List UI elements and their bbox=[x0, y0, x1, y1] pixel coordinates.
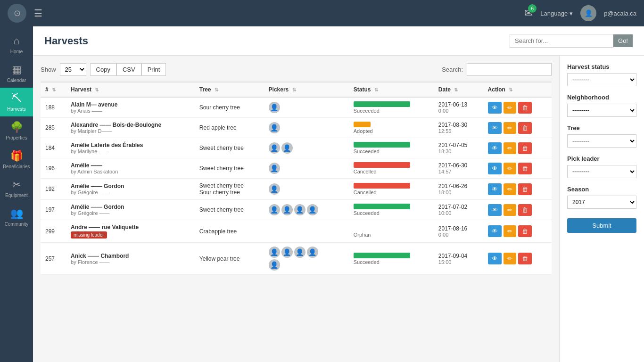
delete-button[interactable]: 🗑 bbox=[518, 183, 532, 195]
cell-date: 2017-07-0210:00 bbox=[434, 200, 483, 220]
table-row: 285Alexandre —— Bois-de-Boulogneby Marip… bbox=[41, 118, 552, 138]
season-label: Season bbox=[567, 186, 636, 193]
sidebar-label-beneficiaries: Beneficiaries bbox=[3, 164, 30, 169]
language-selector[interactable]: Language ▾ bbox=[540, 10, 573, 17]
view-button[interactable]: 👁 bbox=[488, 102, 502, 114]
cell-pickers: 👤 bbox=[264, 97, 349, 118]
delete-button[interactable]: 🗑 bbox=[518, 225, 532, 237]
picker-avatar: 👤 bbox=[269, 102, 280, 113]
harvest-status-select[interactable]: --------- bbox=[567, 73, 636, 86]
cell-pickers: 👤 bbox=[264, 179, 349, 200]
status-bar-wrap: Succeeded bbox=[354, 204, 410, 216]
sidebar-item-equipment[interactable]: ✂ Equipment bbox=[0, 174, 33, 203]
date-value: 2017-09-04 bbox=[438, 253, 479, 259]
time-value: 0:00 bbox=[438, 232, 479, 238]
status-bar-wrap: Succeeded bbox=[354, 142, 410, 154]
cell-tree: Sweet cherry tree bbox=[195, 200, 264, 220]
delete-button[interactable]: 🗑 bbox=[518, 122, 532, 134]
view-button[interactable]: 👁 bbox=[488, 163, 502, 174]
hamburger-menu[interactable]: ☰ bbox=[34, 8, 42, 19]
delete-button[interactable]: 🗑 bbox=[518, 204, 532, 216]
picker-avatar: 👤 bbox=[269, 204, 280, 215]
sidebar-label-properties: Properties bbox=[6, 135, 27, 140]
neighborhood-select[interactable]: --------- bbox=[567, 104, 636, 117]
csv-button[interactable]: CSV bbox=[116, 63, 141, 76]
sidebar-item-community[interactable]: 👥 Community bbox=[0, 203, 33, 231]
header-search-go-button[interactable]: Go! bbox=[613, 34, 633, 47]
copy-button[interactable]: Copy bbox=[90, 63, 116, 76]
print-button[interactable]: Print bbox=[141, 63, 166, 76]
status-text: Succeeded bbox=[354, 148, 410, 154]
cell-tree: Sweet cherry tree bbox=[195, 138, 264, 158]
sidebar-item-calendar[interactable]: ▦ Calendar bbox=[0, 59, 33, 88]
col-action: Action ⇅ bbox=[483, 82, 552, 97]
edit-button[interactable]: ✏ bbox=[504, 163, 516, 174]
beneficiaries-icon: 🎁 bbox=[10, 150, 23, 162]
harvest-by: by Grégoire —— bbox=[71, 210, 190, 216]
cell-id: 184 bbox=[41, 138, 66, 158]
table-row: 299Andre —— rue Valiquettemissing leader… bbox=[41, 220, 552, 243]
cell-status: Adopted bbox=[349, 118, 434, 138]
sidebar-item-properties[interactable]: 🌳 Properties bbox=[0, 116, 33, 145]
cell-action: 👁 ✏ 🗑 bbox=[483, 179, 552, 200]
cell-pickers: 👤 bbox=[264, 158, 349, 179]
action-buttons: 👁 ✏ 🗑 bbox=[488, 204, 547, 216]
submit-button[interactable]: Submit bbox=[567, 218, 636, 233]
edit-button[interactable]: ✏ bbox=[504, 122, 516, 134]
view-button[interactable]: 👁 bbox=[488, 204, 502, 216]
sidebar-item-home[interactable]: ⌂ Home bbox=[0, 30, 33, 59]
content-body: Show 10 25 50 100 Copy CSV Print bbox=[33, 56, 644, 362]
view-button[interactable]: 👁 bbox=[488, 142, 502, 154]
edit-button[interactable]: ✏ bbox=[504, 253, 516, 264]
edit-button[interactable]: ✏ bbox=[504, 142, 516, 154]
delete-button[interactable]: 🗑 bbox=[518, 163, 532, 174]
view-button[interactable]: 👁 bbox=[488, 122, 502, 134]
delete-button[interactable]: 🗑 bbox=[518, 102, 532, 114]
time-value: 18:00 bbox=[438, 189, 479, 195]
sidebar-item-beneficiaries[interactable]: 🎁 Beneficiaries bbox=[0, 145, 33, 174]
action-buttons: 👁 ✏ 🗑 bbox=[488, 253, 547, 264]
table-row: 184Amélie Laferte des Érablesby Marilyne… bbox=[41, 138, 552, 158]
sidebar-label-equipment: Equipment bbox=[5, 193, 28, 198]
cell-action: 👁 ✏ 🗑 bbox=[483, 220, 552, 243]
date-value: 2017-07-05 bbox=[438, 142, 479, 148]
tree-select[interactable]: --------- bbox=[567, 134, 636, 148]
pick-leader-select[interactable]: --------- bbox=[567, 165, 636, 178]
show-select[interactable]: 10 25 50 100 bbox=[60, 63, 86, 76]
cell-date: 2017-06-130:00 bbox=[434, 97, 483, 118]
calendar-icon: ▦ bbox=[12, 64, 22, 76]
cell-id: 197 bbox=[41, 200, 66, 220]
season-select[interactable]: 2015 2016 2017 2018 bbox=[567, 196, 636, 209]
pickers-list: 👤 bbox=[269, 183, 325, 195]
delete-button[interactable]: 🗑 bbox=[518, 253, 532, 264]
edit-button[interactable]: ✏ bbox=[504, 225, 516, 237]
picker-avatar: 👤 bbox=[269, 122, 280, 133]
table-search-input[interactable] bbox=[467, 63, 552, 76]
edit-button[interactable]: ✏ bbox=[504, 204, 516, 216]
cell-pickers: 👤👤 bbox=[264, 138, 349, 158]
search-label: Search: bbox=[442, 66, 463, 73]
edit-button[interactable]: ✏ bbox=[504, 102, 516, 114]
picker-avatar: 👤 bbox=[269, 247, 280, 258]
header-search-input[interactable] bbox=[510, 34, 613, 48]
harvest-name: Andre —— rue Valiquette bbox=[71, 224, 190, 230]
delete-button[interactable]: 🗑 bbox=[518, 142, 532, 154]
status-text: Succeeded bbox=[354, 259, 410, 265]
view-button[interactable]: 👁 bbox=[488, 253, 502, 264]
cell-harvest: Amélie —— Gordonby Grégoire —— bbox=[66, 179, 195, 200]
sidebar-item-harvests[interactable]: ⛏ Harvests bbox=[0, 88, 33, 116]
table-controls-left: Show 10 25 50 100 Copy CSV Print bbox=[41, 63, 166, 76]
table-controls: Show 10 25 50 100 Copy CSV Print bbox=[41, 63, 552, 76]
table-row: 188Alain M— avenueby Anais ——Sour cherry… bbox=[41, 97, 552, 118]
view-button[interactable]: 👁 bbox=[488, 183, 502, 195]
table-row: 196Amélie ——by Admin SaskatoonSweet cher… bbox=[41, 158, 552, 179]
cell-tree: Crabapple tree bbox=[195, 220, 264, 243]
col-date: Date ⇅ bbox=[434, 82, 483, 97]
cell-id: 188 bbox=[41, 97, 66, 118]
mail-icon[interactable]: ✉ 6 bbox=[524, 7, 533, 19]
harvest-by: by Florence —— bbox=[71, 259, 190, 265]
view-button[interactable]: 👁 bbox=[488, 225, 502, 237]
edit-button[interactable]: ✏ bbox=[504, 183, 516, 195]
user-avatar[interactable]: 👤 bbox=[580, 5, 596, 21]
action-buttons: 👁 ✏ 🗑 bbox=[488, 183, 547, 195]
